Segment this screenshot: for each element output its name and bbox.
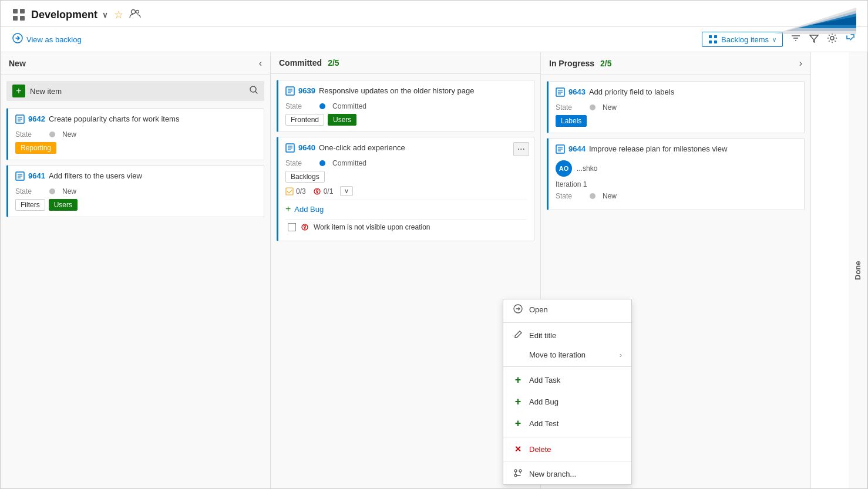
new-item-plus-icon: + xyxy=(12,85,25,97)
state-label-9643: State xyxy=(556,103,585,112)
add-task-icon: + xyxy=(513,374,523,386)
context-add-test-label: Add Test xyxy=(529,419,559,428)
context-add-bug[interactable]: + Add Bug xyxy=(503,391,631,413)
title-chevron[interactable]: ∨ xyxy=(102,11,108,19)
members-icon[interactable] xyxy=(129,8,141,22)
card-more-btn-9640[interactable]: ··· xyxy=(513,142,529,156)
state-value-9641: New xyxy=(62,187,76,195)
work-item-icon-9640 xyxy=(285,143,295,154)
svg-rect-0 xyxy=(13,9,18,14)
card-id-9641: 9641 xyxy=(28,171,45,180)
card-id-9640: 9640 xyxy=(298,143,315,152)
bug-checkbox-9640[interactable] xyxy=(288,223,296,231)
tag-users-9641[interactable]: Users xyxy=(49,199,78,211)
done-column[interactable]: Done xyxy=(849,52,867,488)
assignee-avatar-9644: AO xyxy=(556,160,572,177)
expand-children-9640[interactable]: ∨ xyxy=(340,186,353,196)
state-dot-9640 xyxy=(319,160,325,166)
work-item-icon-9644 xyxy=(556,144,565,156)
state-value-9644: New xyxy=(603,192,617,200)
tag-labels-9643[interactable]: Labels xyxy=(556,115,587,127)
tag-filters-9641[interactable]: Filters xyxy=(15,199,45,211)
state-dot-9639 xyxy=(319,103,325,109)
state-label-9640: State xyxy=(285,159,315,167)
context-move-iteration[interactable]: Move to iteration › xyxy=(503,346,631,364)
separator-2 xyxy=(503,366,631,367)
card-title-9640: One-click add experience xyxy=(319,143,405,152)
context-new-branch-label: New branch... xyxy=(529,470,576,478)
tags-9640: Backlogs xyxy=(285,171,527,183)
column-count-inprogress: 2/5 xyxy=(600,59,611,68)
add-bug-plus-icon-9640: + xyxy=(285,204,291,214)
expand-right-icon[interactable]: › xyxy=(799,58,802,69)
branch-icon xyxy=(513,468,523,480)
card-9639[interactable]: 9639 Responsive updates on the older his… xyxy=(277,80,534,132)
tag-reporting-9642[interactable]: Reporting xyxy=(15,142,56,154)
card-9644[interactable]: 9644 Improve release plan for milestones… xyxy=(547,138,805,210)
context-add-task[interactable]: + Add Task xyxy=(503,369,631,391)
context-open[interactable]: Open xyxy=(503,299,631,320)
bug-item-row-9640[interactable]: Work item is not visible upon creation xyxy=(285,219,527,235)
board-icon xyxy=(12,8,25,21)
view-backlog-label: View as backlog xyxy=(26,35,82,44)
collapse-new-icon[interactable]: ‹ xyxy=(259,58,262,69)
add-bug-row-9640[interactable]: + Add Bug xyxy=(285,200,527,217)
column-header-inprogress: In Progress 2/5 › xyxy=(541,52,810,75)
context-add-task-label: Add Task xyxy=(529,376,560,385)
tag-users-9639[interactable]: Users xyxy=(328,114,356,126)
card-9642[interactable]: 9642 Create popularity charts for work i… xyxy=(6,108,264,160)
separator-4 xyxy=(503,461,631,461)
svg-point-5 xyxy=(136,11,139,14)
context-edit-title[interactable]: Edit title xyxy=(503,325,631,346)
new-item-bar[interactable]: + New item xyxy=(6,81,264,101)
column-title-new: New xyxy=(9,59,26,68)
card-title-9644: Improve release plan for milestones view xyxy=(589,144,728,153)
view-as-backlog-btn[interactable]: View as backlog xyxy=(12,33,82,46)
work-item-icon-9643 xyxy=(556,87,565,99)
context-delete-label: Delete xyxy=(529,445,551,454)
svg-rect-13 xyxy=(709,41,712,43)
state-label-9641: State xyxy=(15,187,45,195)
favorite-icon[interactable]: ☆ xyxy=(114,8,123,21)
task-count-9640: 0/3 xyxy=(285,187,306,195)
context-open-label: Open xyxy=(529,305,548,314)
context-menu-popup: Open Edit title Move to iteration xyxy=(503,299,632,485)
new-item-search-icon[interactable] xyxy=(249,85,258,97)
tags-9643: Labels xyxy=(556,115,797,127)
separator-1 xyxy=(503,322,631,323)
card-id-9644: 9644 xyxy=(568,144,586,153)
board-columns: New ‹ + New item xyxy=(1,52,849,488)
state-value-9639: Committed xyxy=(332,102,366,110)
card-9641[interactable]: 9641 Add filters to the users view State… xyxy=(6,165,264,217)
work-item-icon-9642 xyxy=(15,114,25,126)
project-title[interactable]: Development ∨ xyxy=(31,9,108,21)
context-delete[interactable]: ✕ Delete xyxy=(503,440,631,458)
svg-rect-3 xyxy=(20,16,25,21)
state-label-9644: State xyxy=(556,192,585,200)
svg-rect-12 xyxy=(714,35,717,38)
svg-rect-1 xyxy=(20,9,25,14)
add-bug-icon: + xyxy=(513,396,523,408)
svg-rect-2 xyxy=(13,16,18,21)
bug-count-9640: 0/1 xyxy=(313,187,334,195)
context-edit-title-label: Edit title xyxy=(529,331,556,340)
column-new: New ‹ + New item xyxy=(1,52,271,488)
logo-graphic xyxy=(768,5,856,39)
tag-backlogs-9640[interactable]: Backlogs xyxy=(285,171,325,183)
backlog-arrow-icon xyxy=(12,33,23,46)
tag-frontend-9639[interactable]: Frontend xyxy=(285,114,324,126)
context-add-test[interactable]: + Add Test xyxy=(503,413,631,434)
column-header-new: New ‹ xyxy=(1,52,270,75)
card-9643[interactable]: 9643 Add priority field to labels State … xyxy=(547,81,805,133)
add-test-icon: + xyxy=(513,417,523,430)
assignee-name-9644: ...shko xyxy=(577,164,597,173)
state-dot-9644 xyxy=(590,193,596,199)
state-dot-9642 xyxy=(49,131,55,137)
card-9640[interactable]: ··· 9640 One-click xyxy=(277,137,534,241)
context-add-bug-label: Add Bug xyxy=(529,397,559,406)
card-id-9643: 9643 xyxy=(568,87,586,96)
card-id-9642: 9642 xyxy=(28,114,45,123)
work-item-icon-9641 xyxy=(15,171,25,183)
column-body-new: + New item xyxy=(1,75,270,488)
context-new-branch[interactable]: New branch... xyxy=(503,464,631,484)
